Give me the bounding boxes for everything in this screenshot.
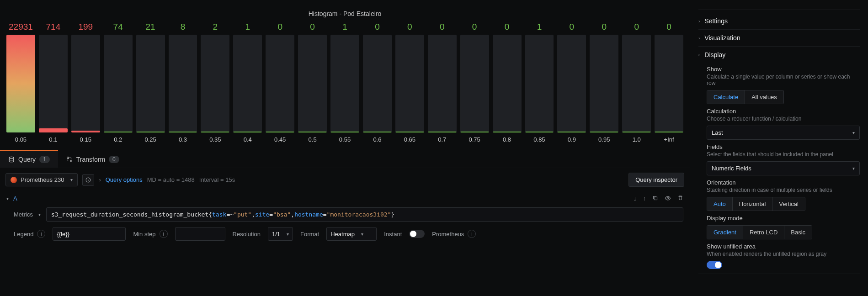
calculation-label: Calculation: [707, 108, 860, 115]
instant-toggle[interactable]: [409, 230, 425, 238]
bar-tick: 0.6: [373, 136, 381, 143]
calculation-select[interactable]: Last ▾: [707, 126, 860, 140]
bar-fill: [655, 132, 683, 132]
minstep-input[interactable]: [175, 227, 225, 241]
bar-fill: [201, 132, 229, 132]
bar-tick: 0.7: [438, 136, 446, 143]
bar-fill: [493, 132, 522, 132]
copy-icon[interactable]: [652, 195, 658, 201]
histogram-bar: 210.25: [136, 22, 165, 143]
bar-track: [460, 35, 489, 132]
help-icon[interactable]: i: [160, 230, 168, 238]
histogram-bar: 1990.15: [71, 22, 100, 143]
bar-value: 2: [213, 22, 218, 32]
metrics-label[interactable]: Metrics ▾: [14, 211, 41, 218]
bar-tick: 0.95: [598, 136, 610, 143]
histogram-bar: 00.9: [557, 22, 586, 143]
histogram-bar: 10.4: [233, 22, 262, 143]
bar-track: [266, 35, 294, 132]
bar-fill: [590, 132, 618, 132]
show-calculate-button[interactable]: Calculate: [707, 90, 745, 104]
bar-fill: [460, 132, 489, 132]
section-settings[interactable]: › Settings: [698, 17, 860, 25]
tab-transform[interactable]: Transform 0: [58, 151, 128, 168]
metrics-input[interactable]: s3_request_duration_seconds_histogram_bu…: [46, 207, 683, 222]
unfilled-toggle[interactable]: [707, 261, 722, 269]
bar-track: [233, 35, 262, 132]
bar-fill: [557, 132, 586, 132]
fields-select[interactable]: Numeric Fields ▾: [707, 161, 860, 175]
bar-tick: 0.45: [274, 136, 286, 143]
histogram-bar: 00.65: [395, 22, 424, 143]
bar-tick: 0.1: [49, 136, 57, 143]
orientation-button-group: Auto Horizontal Vertical: [707, 197, 805, 211]
histogram-bar: 229310.05: [6, 22, 35, 143]
move-down-icon[interactable]: ↓: [634, 195, 637, 202]
panel-title: Histogram - Pod Estaleiro: [5, 7, 684, 22]
resolution-select[interactable]: 1/1 ▾: [268, 227, 293, 241]
datasource-help[interactable]: [82, 174, 94, 186]
bar-fill: [330, 132, 359, 132]
query-ref-id[interactable]: A: [13, 195, 17, 202]
query-options-link[interactable]: Query options: [106, 176, 143, 183]
eye-icon[interactable]: [665, 195, 671, 201]
transform-icon: [66, 156, 73, 163]
chevron-down-icon: ▾: [852, 130, 855, 135]
help-icon[interactable]: i: [468, 230, 476, 238]
bar-tick: 1.0: [633, 136, 641, 143]
tab-query-count: 1: [39, 156, 50, 163]
bar-track: [169, 35, 197, 132]
bar-track: [330, 35, 359, 132]
show-label: Show: [707, 66, 860, 73]
query-md: MD = auto = 1488: [147, 176, 195, 183]
bar-value: 1: [537, 22, 542, 32]
show-button-group: Calculate All values: [707, 90, 784, 104]
bar-tick: 0.3: [179, 136, 187, 143]
format-select[interactable]: Heatmap ▾: [326, 227, 377, 241]
mode-basic-button[interactable]: Basic: [784, 226, 812, 239]
bar-value: 0: [602, 22, 607, 32]
bar-fill: [233, 132, 262, 132]
bar-value: 0: [570, 22, 575, 32]
bar-fill: [525, 132, 554, 132]
bar-track: [136, 35, 165, 132]
section-visualization[interactable]: › Visualization: [698, 34, 860, 42]
bar-value: 21: [146, 22, 155, 32]
section-display[interactable]: › Display: [698, 51, 860, 58]
bar-value: 0: [310, 22, 315, 32]
chevron-down-icon[interactable]: ▾: [6, 196, 9, 201]
bar-tick: 0.4: [244, 136, 252, 143]
orientation-horizontal-button[interactable]: Horizontal: [733, 197, 773, 211]
bar-fill: [266, 132, 294, 132]
bar-track: [655, 35, 683, 132]
minstep-label: Min step i: [133, 230, 167, 238]
mode-gradient-button[interactable]: Gradient: [707, 226, 743, 239]
bar-track: [6, 35, 35, 132]
svg-point-0: [9, 157, 14, 159]
histogram-bar: 00.95: [590, 22, 618, 143]
calculation-desc: Choose a reducer function / calculation: [707, 116, 860, 122]
mode-retrolcd-button[interactable]: Retro LCD: [743, 226, 784, 239]
help-icon[interactable]: i: [37, 230, 45, 238]
bar-tick: 0.2: [114, 136, 122, 143]
bar-value: 22931: [9, 22, 33, 32]
orientation-vertical-button[interactable]: Vertical: [772, 197, 805, 211]
trash-icon[interactable]: [677, 195, 683, 201]
chevron-right-icon: ›: [698, 36, 700, 41]
tab-query-label: Query: [18, 156, 36, 163]
datasource-picker[interactable]: Prometheus 230 ▾: [5, 173, 78, 186]
orientation-auto-button[interactable]: Auto: [707, 197, 733, 211]
tab-query[interactable]: Query 1: [0, 151, 58, 168]
move-up-icon[interactable]: ↑: [643, 195, 646, 202]
query-inspector-button[interactable]: Query inspector: [628, 173, 684, 187]
bar-tick: 0.8: [503, 136, 511, 143]
show-allvalues-button[interactable]: All values: [745, 90, 783, 104]
chevron-down-icon: ▾: [361, 232, 363, 237]
chevron-down-icon: ▾: [287, 232, 289, 237]
legend-input[interactable]: [53, 227, 126, 241]
histogram-bar: 80.3: [169, 22, 197, 143]
tab-transform-label: Transform: [76, 156, 105, 163]
bar-track: [590, 35, 618, 132]
bar-fill: [622, 132, 651, 132]
histogram-bar: 00.75: [460, 22, 489, 143]
